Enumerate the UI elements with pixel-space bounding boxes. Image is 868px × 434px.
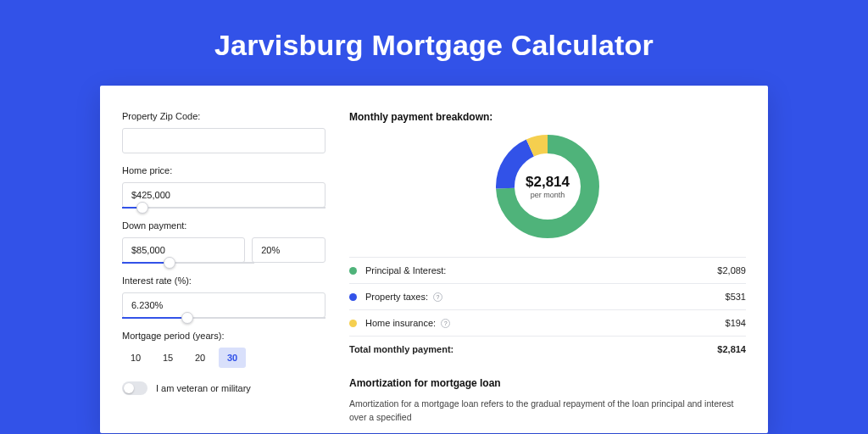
period-label: Mortgage period (years): [122, 331, 326, 341]
legend-label-total: Total monthly payment: [349, 344, 717, 354]
amortization-title: Amortization for mortgage loan [349, 377, 746, 389]
veteran-label: I am veteran or military [156, 383, 251, 393]
veteran-row: I am veteran or military [122, 381, 326, 395]
breakdown-column: Monthly payment breakdown: $2,814 per mo… [349, 111, 746, 433]
rate-slider[interactable] [122, 317, 326, 319]
info-icon[interactable]: ? [441, 319, 450, 328]
legend-amount-taxes: $531 [726, 292, 746, 302]
down-percent-input[interactable] [252, 237, 326, 263]
legend-label-taxes: Property taxes: ? [365, 292, 726, 302]
down-label: Down payment: [122, 220, 326, 231]
price-slider-thumb[interactable] [136, 202, 148, 214]
hero-banner: Jarvisburg Mortgage Calculator Property … [0, 0, 868, 434]
price-slider[interactable] [122, 207, 326, 209]
legend-row-principal: Principal & Interest: $2,089 [349, 258, 746, 284]
donut-chart: $2,814 per month [494, 133, 601, 240]
legend-label-insurance: Home insurance: ? [365, 318, 726, 328]
donut-chart-wrap: $2,814 per month [349, 133, 746, 240]
zip-group: Property Zip Code: [122, 111, 326, 153]
price-input[interactable] [122, 182, 326, 208]
period-option-15[interactable]: 15 [154, 348, 181, 368]
legend-amount-insurance: $194 [726, 318, 746, 328]
swatch-insurance [349, 320, 357, 327]
legend: Principal & Interest: $2,089 Property ta… [349, 257, 746, 362]
veteran-toggle[interactable] [122, 381, 147, 395]
period-option-20[interactable]: 20 [186, 348, 214, 368]
period-option-30[interactable]: 30 [219, 348, 246, 368]
legend-row-insurance: Home insurance: ? $194 [349, 310, 746, 337]
breakdown-title: Monthly payment breakdown: [349, 111, 746, 123]
down-slider[interactable] [122, 262, 254, 264]
page-title: Jarvisburg Mortgage Calculator [0, 0, 868, 86]
down-amount-input[interactable] [122, 237, 245, 263]
legend-amount-total: $2,814 [717, 344, 746, 354]
donut-center: $2,814 per month [494, 133, 601, 240]
down-group: Down payment: [122, 220, 326, 264]
info-icon[interactable]: ? [433, 292, 442, 302]
legend-amount-principal: $2,089 [717, 265, 746, 275]
price-label: Home price: [122, 165, 326, 175]
swatch-taxes [349, 293, 357, 301]
down-slider-thumb[interactable] [164, 257, 175, 269]
rate-label: Interest rate (%): [122, 275, 326, 286]
legend-label-principal: Principal & Interest: [365, 265, 717, 275]
form-column: Property Zip Code: Home price: Down paym… [122, 111, 326, 433]
rate-group: Interest rate (%): [122, 275, 326, 319]
price-group: Home price: [122, 165, 326, 209]
legend-row-total: Total monthly payment: $2,814 [349, 337, 746, 362]
rate-slider-thumb[interactable] [181, 312, 193, 324]
zip-label: Property Zip Code: [122, 111, 326, 121]
amortization-body: Amortization for a mortgage loan refers … [349, 398, 746, 425]
zip-input[interactable] [122, 128, 326, 153]
donut-subtext: per month [531, 191, 565, 199]
donut-total: $2,814 [526, 174, 570, 191]
period-option-10[interactable]: 10 [122, 348, 149, 368]
legend-row-taxes: Property taxes: ? $531 [349, 284, 746, 310]
period-group: Mortgage period (years): 10 15 20 30 [122, 331, 326, 368]
rate-input[interactable] [122, 292, 326, 318]
calculator-panel: Property Zip Code: Home price: Down paym… [100, 86, 768, 433]
swatch-principal [349, 267, 357, 275]
period-segmented: 10 15 20 30 [122, 348, 326, 368]
